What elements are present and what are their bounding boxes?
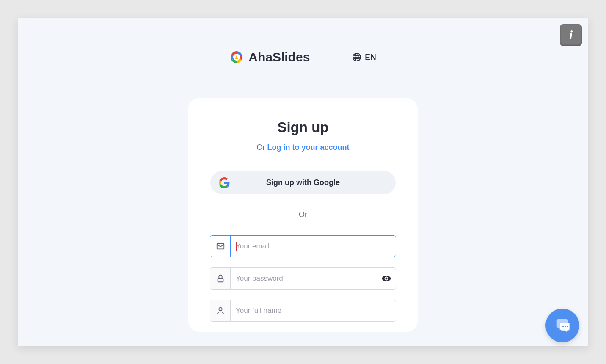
login-link[interactable]: Log in to your account xyxy=(267,143,350,152)
svg-rect-5 xyxy=(218,278,223,282)
mail-icon xyxy=(216,242,225,251)
info-badge-button[interactable]: i xyxy=(560,24,582,46)
svg-point-7 xyxy=(562,326,564,327)
chat-button[interactable] xyxy=(545,309,579,342)
svg-point-9 xyxy=(567,326,568,327)
google-button-label: Sign up with Google xyxy=(230,178,387,187)
app-window: i AhaSlides EN xyxy=(18,18,588,346)
text-cursor xyxy=(236,242,237,251)
lock-icon xyxy=(216,274,225,283)
mail-icon-box xyxy=(210,236,231,257)
user-icon-box xyxy=(210,300,231,321)
toggle-password-visibility[interactable] xyxy=(377,273,396,284)
language-code: EN xyxy=(365,52,376,62)
google-signup-button[interactable]: Sign up with Google xyxy=(210,171,396,194)
eye-icon xyxy=(381,273,391,284)
google-icon xyxy=(219,177,230,188)
fullname-field[interactable] xyxy=(231,300,396,321)
svg-point-6 xyxy=(219,308,222,311)
language-selector[interactable]: EN xyxy=(352,52,376,62)
password-input-group xyxy=(210,267,396,290)
lock-icon-box xyxy=(210,268,231,289)
brand-logo-icon xyxy=(230,50,243,64)
subtitle-prefix: Or xyxy=(257,143,267,152)
divider-text: Or xyxy=(299,210,307,219)
page-title: Sign up xyxy=(278,119,329,135)
info-icon: i xyxy=(569,28,573,42)
svg-point-8 xyxy=(565,326,566,327)
chat-icon xyxy=(554,317,571,334)
user-icon xyxy=(216,306,225,315)
fullname-input-group xyxy=(210,300,396,322)
email-field[interactable] xyxy=(231,236,331,257)
globe-icon xyxy=(352,52,361,62)
divider: Or xyxy=(210,210,396,219)
brand: AhaSlides xyxy=(230,50,310,64)
header: AhaSlides EN xyxy=(18,18,588,64)
password-field[interactable] xyxy=(231,268,377,289)
brand-name: AhaSlides xyxy=(248,50,310,64)
signup-card: Sign up Or Log in to your account Sign u… xyxy=(188,98,418,332)
subtitle: Or Log in to your account xyxy=(257,143,350,152)
divider-line-right xyxy=(315,215,396,215)
email-input-group xyxy=(210,235,396,257)
divider-line-left xyxy=(210,215,291,215)
